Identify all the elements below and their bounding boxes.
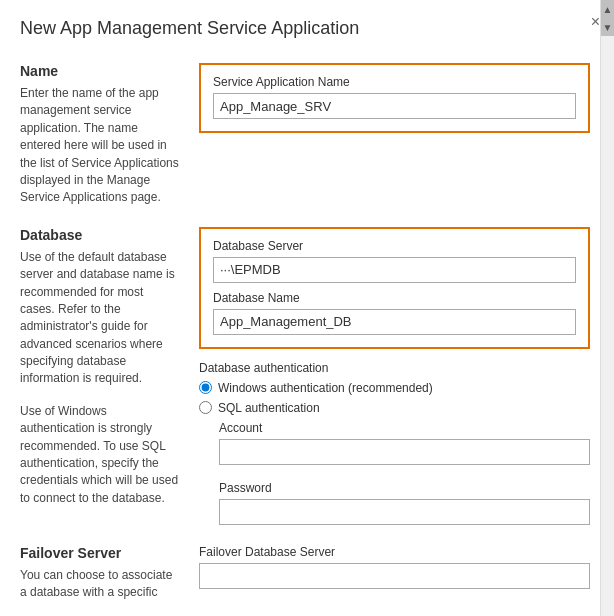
failover-heading: Failover Server (20, 545, 179, 561)
name-right-panel: Service Application Name (195, 53, 600, 217)
db-auth-label: Database authentication (199, 361, 590, 375)
account-password-section: Account Password (199, 421, 590, 525)
account-input[interactable] (219, 439, 590, 465)
scroll-down[interactable]: ▼ (601, 18, 614, 36)
database-orange-box: Database Server Database Name (199, 227, 590, 349)
db-server-label: Database Server (213, 239, 576, 253)
scroll-up[interactable]: ▲ (601, 0, 614, 18)
scrollbar[interactable]: ▲ ▼ (600, 0, 614, 616)
failover-section: Failover Server You can choose to associ… (0, 535, 614, 616)
password-label: Password (219, 481, 590, 495)
database-description1: Use of the default database server and d… (20, 249, 179, 388)
auth-radio-group: Windows authentication (recommended) SQL… (199, 381, 590, 415)
failover-left-panel: Failover Server You can choose to associ… (0, 535, 195, 612)
name-left-panel: Name Enter the name of the app managemen… (0, 53, 195, 217)
service-app-name-label: Service Application Name (213, 75, 576, 89)
db-server-input[interactable] (213, 257, 576, 283)
name-description: Enter the name of the app management ser… (20, 85, 179, 207)
database-heading: Database (20, 227, 179, 243)
password-input[interactable] (219, 499, 590, 525)
database-section: Database Use of the default database ser… (0, 217, 614, 535)
database-left-panel: Database Use of the default database ser… (0, 217, 195, 535)
database-description2: Use of Windows authentication is strongl… (20, 403, 179, 507)
failover-db-input[interactable] (199, 563, 590, 589)
failover-right-panel: Failover Database Server (195, 535, 600, 612)
sql-auth-radio[interactable] (199, 401, 212, 414)
sql-auth-label: SQL authentication (218, 401, 320, 415)
windows-auth-label: Windows authentication (recommended) (218, 381, 433, 395)
failover-description: You can choose to associate a database w… (20, 567, 179, 602)
windows-auth-row: Windows authentication (recommended) (199, 381, 590, 395)
name-orange-box: Service Application Name (199, 63, 590, 133)
db-name-label: Database Name (213, 291, 576, 305)
windows-auth-radio[interactable] (199, 381, 212, 394)
db-name-input[interactable] (213, 309, 576, 335)
name-heading: Name (20, 63, 179, 79)
service-app-name-input[interactable] (213, 93, 576, 119)
failover-db-label: Failover Database Server (199, 545, 590, 559)
database-right-panel: Database Server Database Name Database a… (195, 217, 600, 535)
close-button[interactable]: × (591, 14, 600, 30)
sql-auth-row: SQL authentication (199, 401, 590, 415)
dialog-container: × ▲ ▼ New App Management Service Applica… (0, 0, 614, 616)
name-section: Name Enter the name of the app managemen… (0, 53, 614, 217)
dialog-title: New App Management Service Application (0, 0, 614, 53)
account-label: Account (219, 421, 590, 435)
